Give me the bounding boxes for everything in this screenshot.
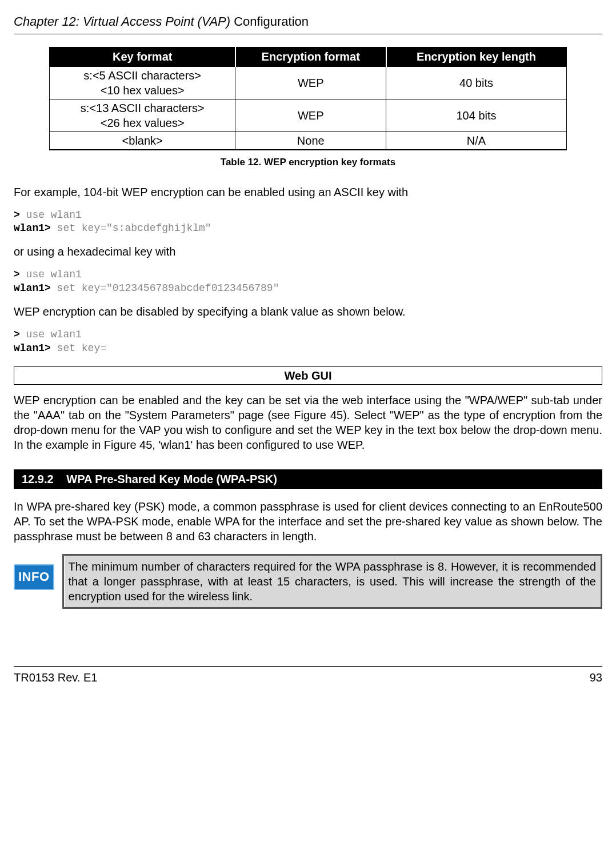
info-callout: INFO The minimum number of characters re… (14, 554, 602, 609)
code-block: > use wlan1 wlan1> set key="0123456789ab… (14, 268, 602, 295)
cmd-text: use wlan1 (20, 269, 82, 280)
info-text: The minimum number of characters require… (62, 554, 602, 609)
web-gui-heading: Web GUI (14, 366, 602, 385)
cell-line: <26 hex values> (101, 117, 185, 129)
page-footer: TR0153 Rev. E1 93 (14, 666, 602, 685)
col-key-length: Encryption key length (386, 47, 566, 67)
cmd-text: set key= (51, 342, 106, 354)
cmd-text: use wlan1 (20, 209, 82, 221)
page-header: Chapter 12: Virtual Access Point (VAP) C… (14, 14, 602, 34)
code-block: > use wlan1 wlan1> set key= (14, 328, 602, 355)
cell-key-format: s:<13 ASCII characters> <26 hex values> (50, 99, 235, 131)
cell-key-len: 40 bits (386, 66, 566, 99)
paragraph: or using a hexadecimal key with (14, 244, 602, 259)
footer-left: TR0153 Rev. E1 (14, 670, 97, 685)
table-row: <blank> None N/A (50, 131, 566, 150)
cell-enc-format: WEP (235, 99, 386, 131)
chapter-title-italic: Chapter 12: Virtual Access Point (VAP) (14, 14, 230, 29)
prompt: > (14, 269, 20, 280)
col-encryption-format: Encryption format (235, 47, 386, 67)
cell-key-format: <blank> (50, 131, 235, 150)
cell-line: s:<5 ASCII characters> (83, 69, 201, 82)
chapter-title-plain: Configuration (230, 14, 309, 29)
cell-key-format: s:<5 ASCII characters> <10 hex values> (50, 66, 235, 99)
prompt: > (14, 209, 20, 221)
section-heading: 12.9.2 WPA Pre-Shared Key Mode (WPA-PSK) (14, 469, 602, 489)
section-title: WPA Pre-Shared Key Mode (WPA-PSK) (66, 473, 277, 485)
paragraph: WEP encryption can be disabled by specif… (14, 304, 602, 319)
prompt: wlan1> (14, 222, 51, 234)
cell-line: <10 hex values> (101, 84, 185, 97)
prompt: wlan1> (14, 342, 51, 354)
prompt: wlan1> (14, 282, 51, 294)
prompt: > (14, 329, 20, 340)
code-block: > use wlan1 wlan1> set key="s:abcdefghij… (14, 209, 602, 236)
section-number: 12.9.2 (18, 472, 57, 487)
cmd-text: set key="0123456789abcdef0123456789" (51, 282, 279, 294)
table-row: s:<13 ASCII characters> <26 hex values> … (50, 99, 566, 131)
paragraph: For example, 104-bit WEP encryption can … (14, 185, 602, 200)
info-badge: INFO (14, 564, 54, 590)
col-key-format: Key format (50, 47, 235, 67)
cell-enc-format: None (235, 131, 386, 150)
cell-key-len: 104 bits (386, 99, 566, 131)
wep-key-formats-table: Key format Encryption format Encryption … (49, 47, 567, 150)
table-caption: Table 12. WEP encryption key formats (14, 156, 602, 169)
table-row: s:<5 ASCII characters> <10 hex values> W… (50, 66, 566, 99)
footer-page-number: 93 (590, 670, 602, 685)
cmd-text: use wlan1 (20, 329, 82, 340)
cell-enc-format: WEP (235, 66, 386, 99)
cell-line: s:<13 ASCII characters> (81, 102, 205, 114)
paragraph: In WPA pre-shared key (PSK) mode, a comm… (14, 499, 602, 544)
cell-key-len: N/A (386, 131, 566, 150)
cmd-text: set key="s:abcdefghijklm" (51, 222, 211, 234)
paragraph: WEP encryption can be enabled and the ke… (14, 393, 602, 452)
